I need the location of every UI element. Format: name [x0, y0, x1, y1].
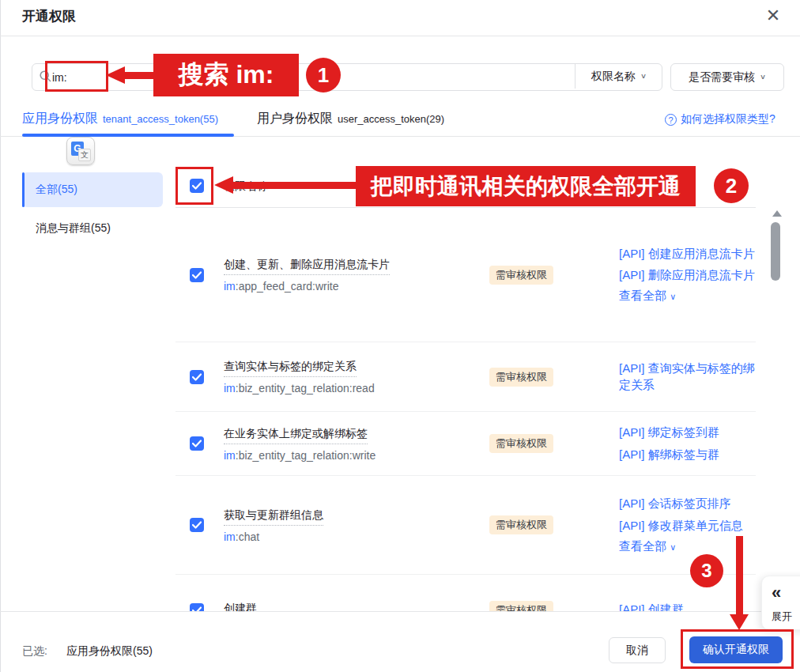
annotation-rect-search [45, 61, 108, 92]
row-checkbox[interactable] [190, 268, 204, 282]
chevron-down-icon: ∨ [670, 292, 676, 301]
tab-token: tenant_access_token(55) [103, 113, 218, 125]
annotation-rect-checkbox [175, 167, 213, 205]
expand-panel[interactable]: « 展开 [761, 576, 800, 630]
annotation-arrow-1 [123, 72, 155, 79]
tab-user-access-token[interactable]: 用户身份权限user_access_token(29) [257, 111, 444, 127]
review-required-badge: 需审核权限 [489, 601, 553, 612]
google-translate-icon[interactable]: G 文 [66, 137, 95, 165]
selected-label: 已选: [22, 644, 47, 659]
tab-label: 用户身份权限 [257, 111, 333, 125]
review-required-badge: 需审核权限 [489, 266, 553, 285]
view-all-link[interactable]: 查看全部 ∨ [619, 289, 756, 304]
help-link-label: 如何选择权限类型? [681, 112, 775, 126]
annotation-step2-box: 把即时通讯相关的权限全部开通 [356, 166, 696, 206]
open-permissions-dialog: 开通权限 ✕ 权限名称 ∨ 是否需要审核 ∨ 应用身份权限tenant_acce… [0, 0, 800, 672]
row-checkbox[interactable] [190, 370, 204, 384]
permission-code: im:biz_entity_tag_relation:read [224, 382, 475, 395]
permission-row: 查询实体与标签的绑定关系 im:biz_entity_tag_relation:… [175, 342, 756, 412]
header-divider [0, 36, 800, 36]
sidebar-item-message-group[interactable]: 消息与群组(55) [22, 213, 163, 244]
expand-label: 展开 [772, 610, 792, 624]
review-required-badge: 需审核权限 [489, 368, 553, 387]
api-link[interactable]: [API] 查询实体与标签的绑定关系 [619, 361, 756, 393]
annotation-arrow-2 [232, 182, 357, 189]
api-link[interactable]: [API] 解绑标签与群 [619, 447, 756, 462]
api-link[interactable]: [API] 绑定标签到群 [619, 425, 756, 440]
chevron-down-icon: ∨ [670, 542, 676, 552]
view-all-label: 查看全部 [619, 289, 666, 302]
review-filter-dropdown[interactable]: 是否需要审核 ∨ [670, 63, 784, 91]
sidebar-item-all[interactable]: 全部(55) [22, 172, 163, 207]
permission-title: 在业务实体上绑定或解绑标签 [224, 427, 368, 444]
tab-label: 应用身份权限 [22, 111, 98, 125]
review-required-badge: 需审核权限 [489, 515, 553, 534]
search-field-dropdown-label: 权限名称 [591, 70, 636, 84]
scrollbar-up-arrow-icon[interactable] [772, 210, 782, 217]
help-circle-icon: ? [665, 114, 677, 126]
permission-list: 创建、更新、删除应用消息流卡片 im:app_feed_card:write 需… [175, 208, 756, 611]
annotation-arrowhead-2 [214, 176, 233, 194]
permission-code: im:app_feed_card:write [224, 280, 475, 293]
selected-value: 应用身份权限(55) [66, 644, 153, 659]
close-icon[interactable]: ✕ [762, 5, 784, 27]
permission-row: 创建群 需审核权限 [API] 创建群 [175, 575, 756, 611]
permission-row: 获取与更新群组信息 im:chat 需审核权限 [API] 会话标签页排序[AP… [175, 476, 756, 575]
review-filter-dropdown-label: 是否需要审核 [689, 70, 755, 85]
annotation-arrowhead-1 [106, 66, 125, 84]
annotation-arrow-3 [736, 536, 743, 617]
annotation-step1-number: 1 [306, 58, 341, 92]
sidebar-item-label: 全部(55) [36, 183, 77, 197]
api-link[interactable]: [API] 修改群菜单元信息 [619, 518, 756, 534]
active-tab-underline [22, 134, 234, 137]
scrollbar-thumb[interactable] [771, 222, 780, 281]
api-link[interactable]: [API] 创建应用消息流卡片 [619, 246, 756, 262]
tab-token: user_access_token(29) [338, 113, 444, 125]
permission-title: 创建、更新、删除应用消息流卡片 [224, 258, 390, 275]
chevron-down-icon: ∨ [760, 73, 766, 81]
permission-row: 在业务实体上绑定或解绑标签 im:biz_entity_tag_relation… [175, 412, 756, 476]
sidebar-selected-bar [22, 172, 25, 207]
translate-wen-glyph: 文 [78, 149, 91, 161]
double-chevron-left-icon: « [772, 583, 781, 603]
permission-row: 创建、更新、删除应用消息流卡片 im:app_feed_card:write 需… [175, 208, 756, 342]
api-link[interactable]: [API] 删除应用消息流卡片 [619, 267, 756, 283]
cancel-button[interactable]: 取消 [609, 637, 666, 663]
annotation-step1-box: 搜索 im: [153, 54, 299, 96]
permission-code: im:chat [224, 530, 475, 543]
api-link[interactable]: [API] 会话标签页排序 [619, 496, 756, 512]
annotation-arrowhead-3 [730, 614, 749, 630]
permission-code: im:biz_entity_tag_relation:write [224, 449, 475, 462]
tab-tenant-access-token[interactable]: 应用身份权限tenant_access_token(55) [22, 111, 218, 127]
row-checkbox[interactable] [190, 436, 204, 451]
chevron-down-icon: ∨ [640, 72, 647, 80]
annotation-rect-confirm [681, 629, 794, 669]
row-checkbox[interactable] [190, 603, 204, 612]
annotation-step3-number: 3 [690, 554, 723, 587]
permission-title: 创建群 [224, 602, 257, 611]
review-required-badge: 需审核权限 [489, 434, 553, 453]
dialog-left-border [0, 0, 1, 672]
help-link[interactable]: ? 如何选择权限类型? [665, 112, 775, 126]
permission-title: 查询实体与标签的绑定关系 [224, 360, 357, 377]
search-field-dropdown[interactable]: 权限名称 ∨ [575, 64, 662, 89]
sidebar-item-label: 消息与群组(55) [36, 221, 111, 236]
row-checkbox[interactable] [190, 518, 204, 532]
permission-title: 获取与更新群组信息 [224, 508, 323, 526]
dialog-title: 开通权限 [22, 7, 76, 25]
view-all-label: 查看全部 [619, 539, 666, 553]
annotation-step2-number: 2 [714, 168, 749, 203]
footer-divider [0, 611, 800, 612]
